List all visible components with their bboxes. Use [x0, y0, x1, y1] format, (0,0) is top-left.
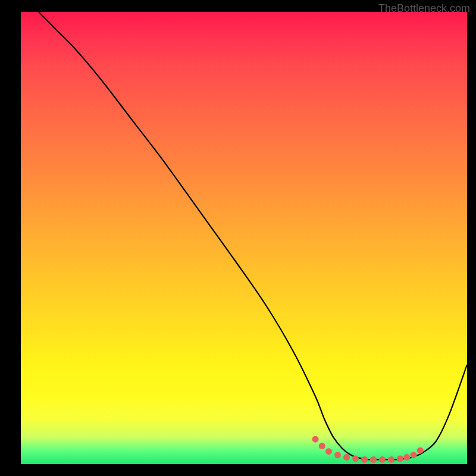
optimal-dot	[403, 454, 410, 461]
optimal-dot	[319, 443, 325, 449]
optimal-dot	[370, 456, 377, 463]
optimal-dot	[397, 455, 403, 462]
bottleneck-curve	[39, 12, 467, 460]
optimal-dot	[411, 452, 417, 458]
optimal-dot	[352, 455, 359, 462]
optimal-dot	[334, 452, 341, 458]
optimal-dot	[361, 456, 368, 463]
optimal-dot	[379, 456, 386, 463]
optimal-dot	[388, 456, 394, 463]
curve-layer	[21, 12, 467, 464]
watermark-text: TheBottleneck.com	[378, 2, 470, 15]
optimal-dot	[417, 447, 424, 454]
chart-container: TheBottleneck.com	[0, 0, 476, 476]
optimal-dots	[312, 436, 424, 463]
plot-area	[21, 12, 467, 464]
optimal-dot	[325, 448, 332, 455]
optimal-dot	[312, 436, 319, 443]
optimal-dot	[343, 454, 350, 461]
